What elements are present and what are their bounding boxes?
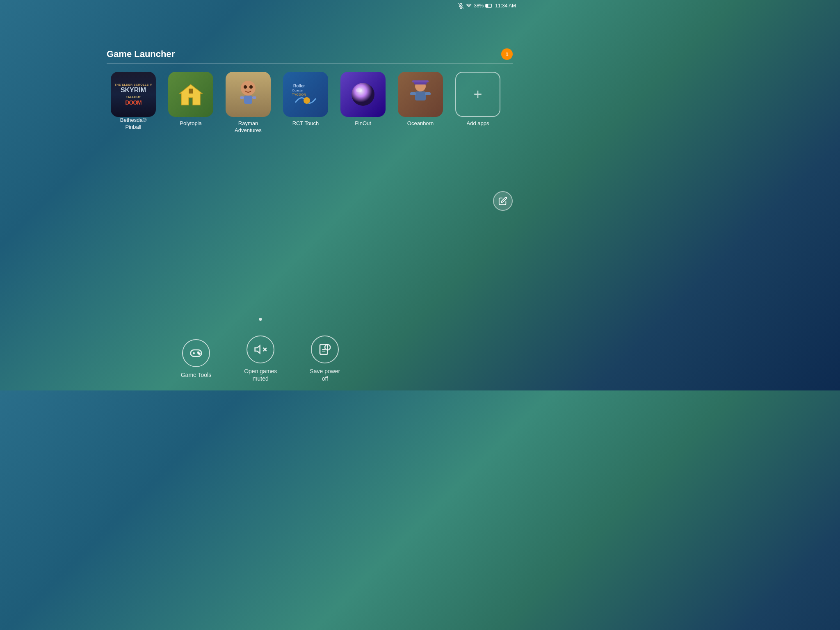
add-plus-icon: + [473, 86, 482, 103]
svg-rect-13 [252, 96, 256, 99]
polytopia-svg [178, 81, 204, 108]
svg-point-19 [356, 88, 362, 92]
svg-point-9 [244, 85, 247, 89]
game-item-rct[interactable]: Roller Coaster TYCOON RCT Touch [279, 72, 332, 134]
clock: 11:34 AM [495, 3, 516, 9]
svg-rect-11 [244, 96, 252, 104]
game-icon-rayman [226, 72, 271, 117]
wifi-icon [466, 3, 472, 9]
game-grid: THE ELDER SCROLLS V SKYRIM FALLOUT DOOM … [107, 68, 513, 137]
toolbar-item-save-power[interactable]: Save poweroff [310, 336, 340, 382]
bottom-toolbar: Game Tools Open gamesmuted [0, 336, 521, 382]
game-icon-rct: Roller Coaster TYCOON [283, 72, 328, 117]
game-item-rayman[interactable]: RaymanAdventures [221, 72, 275, 134]
svg-text:Coaster: Coaster [292, 89, 304, 92]
panel-title: Game Launcher [107, 49, 175, 59]
svg-rect-12 [240, 96, 244, 99]
game-item-add[interactable]: + Add apps [451, 72, 504, 134]
svg-marker-31 [255, 345, 260, 353]
page-indicator [259, 318, 262, 321]
game-icon-polytopia [168, 72, 213, 117]
game-icon-bethesda: THE ELDER SCROLLS V SKYRIM FALLOUT DOOM [111, 72, 156, 117]
mute-icon [458, 3, 464, 9]
game-label-rayman: RaymanAdventures [235, 120, 262, 134]
game-tools-icon-circle [182, 339, 210, 367]
rayman-svg [234, 78, 262, 111]
svg-text:TYCOON: TYCOON [292, 93, 306, 96]
svg-rect-7 [189, 89, 193, 94]
battery-percentage: 38% [474, 3, 484, 9]
game-item-polytopia[interactable]: Polytopia [164, 72, 217, 134]
volume-mute-icon [254, 343, 267, 356]
game-label-oceanhorn: Oceanhorn [407, 120, 434, 127]
game-icon-add: + [455, 72, 500, 117]
svg-point-10 [249, 85, 253, 89]
game-item-bethesda[interactable]: THE ELDER SCROLLS V SKYRIM FALLOUT DOOM … [107, 72, 160, 134]
game-item-oceanhorn[interactable]: Oceanhorn [394, 72, 447, 134]
svg-text:Roller: Roller [293, 84, 305, 88]
gamepad-icon [189, 347, 203, 360]
game-label-bethesda: Bethesda®Pinball [120, 117, 147, 131]
game-label-polytopia: Polytopia [180, 120, 201, 127]
edit-button[interactable] [493, 191, 513, 211]
status-bar: 38% 11:34 AM [0, 0, 521, 11]
panel-header: Game Launcher 1 [107, 48, 513, 64]
svg-point-18 [352, 83, 374, 106]
svg-rect-25 [425, 92, 431, 95]
oceanhorn-svg [406, 78, 435, 111]
save-power-label: Save poweroff [310, 368, 340, 382]
game-label-add: Add apps [467, 120, 489, 127]
svg-point-17 [304, 97, 310, 104]
game-label-pinout: PinOut [355, 120, 371, 127]
save-power-icon [318, 343, 331, 356]
muted-icon-circle [247, 336, 274, 363]
battery-icon [485, 3, 493, 8]
svg-rect-5 [486, 5, 488, 7]
svg-rect-22 [412, 80, 429, 82]
toolbar-item-game-tools[interactable]: Game Tools [181, 339, 211, 379]
svg-point-8 [241, 81, 256, 96]
svg-rect-24 [410, 92, 416, 95]
game-item-pinout[interactable]: PinOut [336, 72, 390, 134]
main-content: Game Launcher 1 THE ELDER SCROLLS V SKYR… [0, 11, 521, 390]
page-dot-1 [259, 318, 262, 321]
game-tools-label: Game Tools [181, 371, 211, 379]
toolbar-item-muted[interactable]: Open gamesmuted [244, 336, 277, 382]
status-icons: 38% 11:34 AM [458, 3, 516, 9]
svg-marker-6 [180, 84, 202, 105]
svg-rect-23 [415, 91, 426, 100]
save-power-icon-circle [311, 336, 339, 363]
rct-svg: Roller Coaster TYCOON [291, 80, 320, 109]
pencil-icon [498, 196, 507, 205]
pinout-svg [349, 80, 377, 109]
muted-label: Open gamesmuted [244, 368, 277, 382]
game-icon-pinout [340, 72, 386, 117]
notification-badge[interactable]: 1 [501, 48, 513, 60]
game-launcher-panel: Game Launcher 1 THE ELDER SCROLLS V SKYR… [107, 48, 513, 137]
svg-point-30 [199, 353, 200, 354]
game-icon-oceanhorn [398, 72, 443, 117]
game-label-rct: RCT Touch [292, 120, 319, 127]
